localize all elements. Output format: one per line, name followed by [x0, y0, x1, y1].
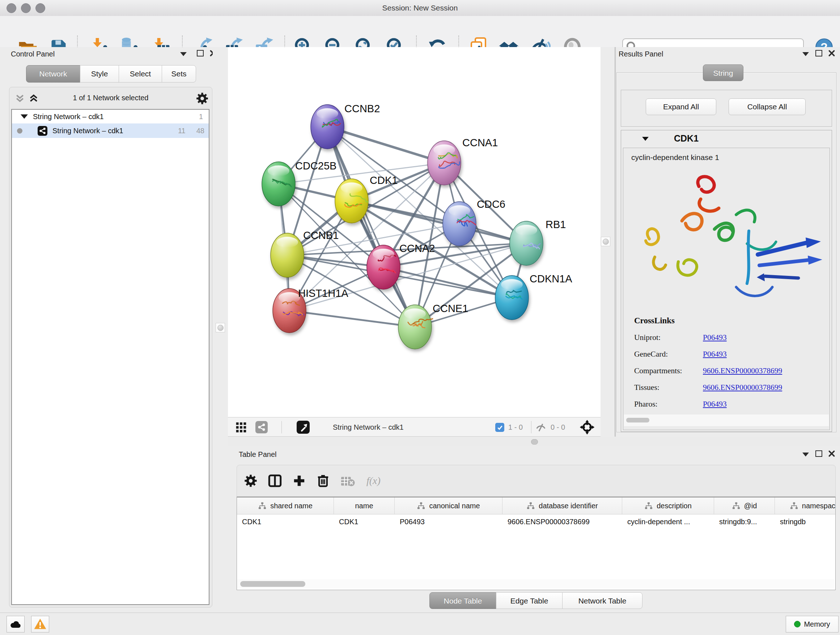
results-panel-title: Results Panel	[619, 50, 663, 58]
column-header-shared-name[interactable]: shared name	[237, 497, 334, 514]
crosslink-link[interactable]: P06493	[703, 333, 727, 342]
collection-count: 1	[199, 112, 203, 121]
network-node-CDK1[interactable]	[335, 179, 368, 223]
network-node-CDKN1A[interactable]	[495, 276, 529, 320]
network-node-CDC25B[interactable]	[262, 162, 295, 206]
title-bar: Session: New Session	[0, 0, 840, 16]
network-node-RB1[interactable]	[510, 221, 543, 265]
panel-float-icon[interactable]	[815, 50, 822, 57]
crosslink-label: Compartments:	[634, 366, 703, 375]
table-options-gear-icon[interactable]	[243, 473, 258, 488]
network-share-icon[interactable]	[256, 421, 268, 433]
table-cell[interactable]: P06493	[395, 515, 502, 529]
column-header-namespace[interactable]: namespace	[775, 497, 836, 514]
column-header-name[interactable]: name	[334, 497, 395, 514]
network-node-CCNE1[interactable]	[398, 305, 433, 349]
tab-edge-table[interactable]: Edge Table	[496, 592, 562, 609]
network-node-CDC6[interactable]	[443, 202, 476, 246]
network-node-CCNB2[interactable]	[311, 105, 344, 149]
panel-close-icon[interactable]	[828, 49, 836, 57]
panel-float-icon[interactable]	[197, 50, 204, 57]
table-cell[interactable]: stringdb:9...	[714, 515, 775, 529]
table-cell[interactable]: cyclin-dependent ...	[622, 515, 714, 529]
window-title: Session: New Session	[0, 0, 840, 16]
cloud-icon	[9, 618, 22, 630]
panel-float-icon[interactable]	[815, 450, 822, 457]
entry-collapse-caret-icon[interactable]	[642, 137, 649, 141]
expand-all-button[interactable]: Expand All	[646, 98, 716, 115]
node-label: CDKN1A	[530, 273, 572, 285]
left-splitter[interactable]	[213, 47, 228, 613]
network-canvas[interactable]: CCNB2CCNA1CDC25BCDK1CDC6RB1CCNB1CCNA2CDK…	[228, 47, 600, 417]
warnings-button[interactable]	[31, 616, 49, 632]
column-header-description[interactable]: description	[622, 497, 714, 514]
network-row-selected[interactable]: String Network – cdk1 11 48	[12, 124, 209, 138]
scrollbar-thumb[interactable]	[240, 581, 305, 587]
network-node-CCNA2[interactable]	[367, 245, 400, 289]
details-scrollbar[interactable]	[624, 415, 829, 426]
column-header-label: @id	[744, 502, 757, 510]
panel-menu-caret-icon[interactable]	[180, 52, 187, 56]
splitter-collapse-button[interactable]	[216, 323, 225, 333]
add-column-icon[interactable]	[292, 473, 306, 488]
crosslink-label: Uniprot:	[634, 333, 703, 342]
separator	[531, 421, 531, 433]
table-cell[interactable]: CDK1	[334, 515, 395, 529]
network-edge[interactable]	[289, 310, 415, 327]
tab-network-table[interactable]: Network Table	[562, 592, 643, 609]
table-cell[interactable]: stringdb	[775, 515, 836, 529]
crosslink-link[interactable]: P06493	[703, 400, 727, 409]
tab-network[interactable]: Network	[26, 65, 80, 82]
collapse-all-button[interactable]: Collapse All	[729, 98, 806, 115]
table-toolbar: f(x)	[237, 465, 836, 497]
network-edge[interactable]	[327, 127, 444, 163]
table-scrollbar[interactable]	[237, 579, 834, 589]
selected-checkbox-icon[interactable]	[495, 423, 504, 432]
memory-button[interactable]: Memory	[786, 616, 838, 632]
table-row[interactable]: CDK1CDK1P064939606.ENSP00000378699cyclin…	[237, 515, 835, 529]
tab-style[interactable]: Style	[80, 65, 119, 82]
tab-select[interactable]: Select	[118, 65, 162, 82]
tab-node-table[interactable]: Node Table	[429, 592, 496, 609]
network-node-CCNA1[interactable]	[428, 141, 461, 185]
crosslink-link[interactable]: P06493	[703, 350, 727, 359]
panel-menu-caret-icon[interactable]	[802, 52, 809, 56]
hidden-eye-slash-icon[interactable]	[535, 422, 546, 433]
crosslink-link[interactable]: 9606.ENSP00000378699	[703, 366, 782, 375]
gene-details: cyclin-dependent kinase 1	[623, 148, 830, 430]
column-header-database-identifier[interactable]: database identifier	[502, 497, 622, 514]
function-builder-fx[interactable]: f(x)	[366, 475, 381, 486]
network-options-gear-icon[interactable]	[195, 92, 209, 105]
fit-selected-crosshair-icon[interactable]	[579, 420, 595, 435]
network-view-title: String Network – cdk1	[333, 417, 404, 437]
network-edge[interactable]	[384, 267, 512, 298]
column-header-canonical-name[interactable]: canonical name	[395, 497, 502, 514]
delete-table-icon[interactable]	[340, 473, 355, 489]
grid-view-icon[interactable]	[235, 421, 247, 433]
right-splitter[interactable]	[600, 47, 616, 437]
tree-expand-caret-icon[interactable]	[21, 114, 28, 119]
delete-column-trash-icon[interactable]	[316, 473, 330, 488]
birdseye-view-icon[interactable]	[297, 421, 309, 434]
splitter-collapse-button[interactable]	[601, 237, 610, 246]
scrollbar-thumb[interactable]	[626, 418, 649, 423]
node-label: CCNB2	[344, 103, 380, 114]
network-label: String Network – cdk1	[52, 127, 123, 135]
status-bar: Memory	[0, 613, 840, 635]
cloud-button[interactable]	[6, 616, 25, 632]
tab-sets[interactable]: Sets	[162, 65, 196, 82]
panel-close-icon[interactable]	[828, 450, 836, 458]
table-cell[interactable]: CDK1	[237, 515, 334, 529]
splitter-handle[interactable]	[531, 439, 538, 445]
tab-string[interactable]: String	[703, 65, 744, 81]
column-header-@id[interactable]: @id	[714, 497, 775, 514]
node-label: CDC6	[477, 198, 505, 210]
network-collection-row[interactable]: String Network – cdk1 1	[12, 110, 209, 124]
crosslink-link[interactable]: 9606.ENSP00000378699	[703, 383, 782, 392]
panel-menu-caret-icon[interactable]	[802, 453, 809, 456]
show-columns-icon[interactable]	[267, 473, 283, 488]
network-node-CCNB1[interactable]	[271, 233, 304, 277]
node-gloss-highlight	[404, 309, 426, 319]
table-cell[interactable]: 9606.ENSP00000378699	[502, 515, 622, 529]
crosslink-row: GeneCard:P06493	[634, 346, 822, 363]
